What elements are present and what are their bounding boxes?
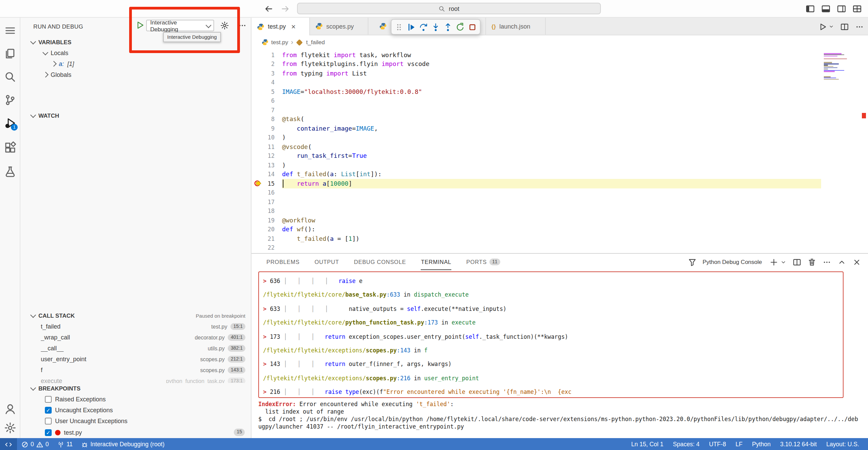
testing-icon[interactable] (4, 165, 16, 178)
breadcrumb-separator: › (291, 39, 293, 45)
step-over-icon[interactable] (419, 22, 428, 32)
code-editor[interactable]: 1from flytekit import task, workflow2fro… (251, 49, 858, 253)
debug-settings-gear-icon[interactable] (220, 21, 229, 30)
call-stack-frame[interactable]: fscopes.py143:1 (20, 365, 251, 376)
run-python-file-icon[interactable] (818, 22, 827, 31)
checkbox[interactable] (45, 396, 52, 403)
split-terminal-icon[interactable] (793, 257, 801, 266)
call-stack-list: t_failedtest.py15:1_wrap_calldecorator.p… (20, 321, 251, 383)
stop-icon[interactable] (468, 22, 477, 32)
breakpoint-item[interactable]: Raised Exceptions (20, 394, 251, 405)
globals-tree-item[interactable]: Globals (20, 69, 251, 80)
customize-layout-icon[interactable] (852, 4, 862, 14)
ports-status[interactable]: 11 (53, 438, 77, 450)
sidebar-title: RUN AND DEBUG (33, 23, 83, 30)
bug-icon (81, 440, 88, 448)
forward-icon[interactable] (281, 4, 290, 14)
extensions-icon[interactable] (4, 141, 16, 154)
panel-tab-output[interactable]: OUTPUT (314, 254, 339, 270)
command-center[interactable]: root (297, 3, 601, 14)
account-icon[interactable] (4, 403, 16, 415)
step-out-icon[interactable] (443, 22, 453, 32)
toggle-panel-icon[interactable] (821, 4, 831, 14)
code-line: 7 (251, 105, 858, 115)
debug-config-dropdown[interactable]: Interactive Debugging (146, 20, 214, 31)
close-panel-icon[interactable] (852, 257, 861, 266)
status-item[interactable]: Spaces: 4 (668, 441, 704, 448)
step-into-icon[interactable] (431, 22, 440, 32)
radio-tower-icon (57, 440, 65, 448)
kill-terminal-icon[interactable] (808, 257, 816, 266)
minimap[interactable] (824, 53, 854, 81)
status-item[interactable]: LF (731, 441, 747, 448)
call-stack-frame[interactable]: user_entry_pointscopes.py212:1 (20, 354, 251, 365)
status-item[interactable]: Python (747, 441, 776, 448)
call-stack-frame[interactable]: __call__utils.py382:1 (20, 343, 251, 354)
filter-icon[interactable] (688, 257, 696, 266)
tooltip: Interactive Debugging (163, 32, 221, 42)
more-actions-icon[interactable] (238, 21, 247, 30)
python-icon (379, 22, 387, 30)
call-stack-frame[interactable]: executepython_function_task.py173:1 (20, 376, 251, 383)
panel-tab-terminal[interactable]: TERMINAL (421, 254, 451, 270)
call-stack-section-header[interactable]: CALL STACK Paused on breakpoint (20, 310, 251, 321)
debug-current-line-icon (254, 180, 262, 187)
split-editor-icon[interactable] (840, 22, 849, 31)
checkbox[interactable]: ✓ (45, 407, 52, 414)
status-item[interactable]: 3.10.12 64-bit (776, 441, 822, 448)
chevron-down-icon (31, 39, 36, 44)
menu-icon[interactable] (4, 24, 16, 37)
tab-scopes-py[interactable]: scopes.py (310, 18, 368, 35)
panel-tab-debug-console[interactable]: DEBUG CONSOLE (354, 254, 406, 270)
code-line: 5IMAGE="localhost:30000/flytekit:0.0.8" (251, 87, 858, 96)
status-item[interactable]: UTF-8 (704, 441, 731, 448)
variable-a-tree-item[interactable]: a: [1] (20, 59, 251, 69)
breadcrumb[interactable]: test.py › t_failed (251, 35, 868, 49)
locals-tree-item[interactable]: Locals (20, 48, 251, 59)
debug-toolbar (391, 19, 481, 35)
debug-badge: 1 (11, 124, 18, 131)
close-icon[interactable]: × (291, 23, 296, 30)
breakpoints-section-header[interactable]: BREAKPOINTS (20, 383, 251, 394)
breakpoint-item[interactable]: ✓Uncaught Exceptions (20, 405, 251, 416)
more-actions-icon[interactable] (822, 257, 831, 266)
problems-status[interactable]: 0 0 (17, 438, 53, 450)
terminal-selector[interactable]: Python Debug Console (702, 259, 762, 265)
terminal-output[interactable]: > 636 │ │ │ │ raise e/flytekit/flytekit/… (251, 270, 868, 438)
text-cursor (282, 180, 283, 187)
new-terminal-icon[interactable] (769, 257, 778, 266)
panel-tab-ports[interactable]: PORTS11 (466, 254, 500, 270)
continue-icon[interactable] (406, 22, 416, 32)
start-debug-icon[interactable] (135, 20, 145, 30)
breakpoint-item[interactable]: ✓test.py15 (20, 427, 251, 438)
call-stack-frame[interactable]: t_failedtest.py15:1 (20, 321, 251, 332)
drag-handle-icon[interactable] (394, 22, 404, 32)
source-control-icon[interactable] (4, 94, 16, 106)
checkbox[interactable] (45, 418, 52, 425)
toggle-sidebar-icon[interactable] (805, 4, 815, 14)
status-item[interactable]: Layout: U.S. (821, 441, 864, 448)
tab-test-py[interactable]: test.py × (251, 18, 310, 35)
maximize-panel-icon[interactable] (837, 257, 846, 266)
status-item[interactable]: Ln 15, Col 1 (626, 441, 668, 448)
chevron-down-icon[interactable] (829, 24, 834, 29)
watch-section-header[interactable]: WATCH (20, 110, 251, 121)
chevron-down-icon[interactable] (780, 259, 786, 265)
chevron-down-icon (31, 112, 36, 118)
bottom-panel: PROBLEMSOUTPUTDEBUG CONSOLETERMINALPORTS… (251, 253, 868, 438)
settings-gear-icon[interactable] (4, 422, 16, 434)
more-actions-icon[interactable] (855, 22, 864, 31)
remote-indicator[interactable] (0, 438, 17, 450)
checkbox[interactable]: ✓ (45, 429, 52, 436)
explorer-icon[interactable] (4, 48, 16, 60)
call-stack-frame[interactable]: _wrap_calldecorator.py401:1 (20, 332, 251, 343)
activity-bar: 1 (0, 18, 20, 438)
restart-icon[interactable] (455, 22, 465, 32)
tab-launch-json[interactable]: {} launch.json (486, 18, 546, 35)
back-icon[interactable] (264, 4, 273, 14)
debug-session-status[interactable]: Interactive Debugging (root) (77, 438, 169, 450)
panel-tab-problems[interactable]: PROBLEMS (266, 254, 299, 270)
search-view-icon[interactable] (4, 71, 16, 83)
breakpoint-item[interactable]: User Uncaught Exceptions (20, 416, 251, 427)
toggle-secondary-sidebar-icon[interactable] (837, 4, 846, 14)
